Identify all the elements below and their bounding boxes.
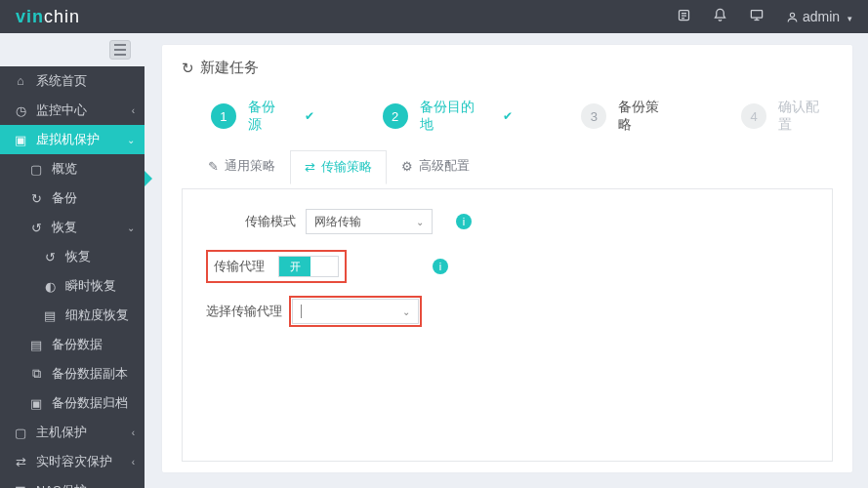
granular-icon: ▤ [43,308,57,323]
info-icon[interactable]: i [433,259,448,274]
refresh-icon: ↻ [29,191,43,206]
host-icon: ▢ [14,426,27,440]
nas-icon: ☰ [14,484,27,489]
user-menu[interactable]: admin ▾ [786,9,852,24]
step-2[interactable]: 2 备份目的地 ✔ [383,99,514,134]
chevron-left-icon: ‹ [132,427,135,438]
step-4[interactable]: 4 确认配置 [741,99,833,134]
main: ↻ 新建任务 1 备份源 ✔ 2 备份目的地 ✔ 3 备份策略 [145,33,868,488]
active-indicator-arrow [145,171,152,186]
proxy-label: 传输代理 [214,259,265,275]
toggle-on: 开 [279,257,310,276]
row-proxy: 传输代理 开 i [206,250,808,283]
tab-transfer[interactable]: ⇄传输策略 [290,150,387,184]
sidebar-toggle-wrap [0,33,145,66]
copy-icon: ⧉ [29,367,43,382]
form-panel: 传输模式 网络传输 ⌄ i 传输代理 开 i [182,188,833,462]
nav-backup-archive[interactable]: ▣备份数据归档 [0,388,145,418]
nav-realtime[interactable]: ⇄实时容灾保护‹ [0,447,145,476]
chevron-down-icon: ▾ [847,14,852,23]
nav-vm-protect[interactable]: ▣虚拟机保护⌄ [0,125,145,154]
page-title: ↻ 新建任务 [182,59,833,77]
user-name: admin [803,9,840,24]
nav-nas[interactable]: ☰NAS保护‹ [0,476,145,488]
step-label: 备份目的地 [420,99,488,134]
select-value [301,305,302,318]
info-icon[interactable]: i [456,214,472,229]
monitor-icon[interactable] [749,8,765,25]
topbar: vinchin admin ▾ [0,0,868,33]
refresh-icon: ↻ [182,61,194,76]
select-value: 网络传输 [314,214,361,230]
pencil-icon: ✎ [208,159,219,174]
archive-icon: ▣ [29,396,43,411]
step-1[interactable]: 1 备份源 ✔ [211,99,314,134]
sync-icon: ⇄ [14,455,27,469]
restore-icon: ↺ [29,221,43,235]
step-num: 2 [383,103,408,129]
chevron-left-icon: ‹ [132,457,135,468]
nav-host-protect[interactable]: ▢主机保护‹ [0,418,145,447]
restore-icon: ↺ [43,250,57,264]
sidebar-nav: ⌂系统首页 ◷监控中心‹ ▣虚拟机保护⌄ ▢概览 ↻备份 ↺恢复⌄ ↺恢复 ◐瞬… [0,66,145,488]
svg-point-7 [790,13,794,17]
transfer-mode-select[interactable]: 网络传输 ⌄ [306,209,433,234]
nav-backup[interactable]: ↻备份 [0,183,145,213]
wizard-steps: 1 备份源 ✔ 2 备份目的地 ✔ 3 备份策略 4 确认配置 [182,99,833,134]
topbar-right: admin ▾ [677,8,852,25]
nav-overview[interactable]: ▢概览 [0,154,145,183]
chevron-down-icon: ⌄ [416,217,424,227]
card: ↻ 新建任务 1 备份源 ✔ 2 备份目的地 ✔ 3 备份策略 [162,45,852,472]
sidebar-toggle[interactable] [109,40,131,60]
tab-advanced[interactable]: ⚙高级配置 [387,149,484,183]
check-icon: ✔ [305,109,314,123]
chevron-left-icon: ‹ [132,105,135,116]
data-icon: ▤ [29,338,43,352]
bell-icon[interactable] [713,8,727,25]
transfer-icon: ⇄ [305,160,315,175]
chevron-down-icon: ⌄ [402,306,410,317]
row-select-proxy: 选择传输代理 ⌄ [206,299,808,324]
step-label: 确认配置 [778,99,833,134]
step-num: 3 [581,103,606,129]
step-3[interactable]: 3 备份策略 [581,99,673,134]
nav-home[interactable]: ⌂系统首页 [0,66,145,96]
home-icon: ⌂ [14,74,27,88]
row-transfer-mode: 传输模式 网络传输 ⌄ i [206,209,808,234]
tab-general[interactable]: ✎通用策略 [193,149,290,183]
chevron-down-icon: ⌄ [127,135,135,145]
nav-monitor[interactable]: ◷监控中心‹ [0,96,145,125]
nav-granular-restore[interactable]: ▤细粒度恢复 [0,301,145,330]
nav-restore-sub[interactable]: ↺恢复 [0,242,145,271]
sidebar: ⌂系统首页 ◷监控中心‹ ▣虚拟机保护⌄ ▢概览 ↻备份 ↺恢复⌄ ↺恢复 ◐瞬… [0,33,145,488]
check-icon: ✔ [503,109,513,123]
step-num: 4 [741,103,766,129]
instant-icon: ◐ [43,279,57,294]
transfer-mode-label: 传输模式 [206,214,296,230]
vm-icon: ▣ [14,133,27,147]
subtabs: ✎通用策略 ⇄传输策略 ⚙高级配置 [182,149,833,184]
proxy-toggle[interactable]: 开 [278,256,339,277]
step-label: 备份策略 [618,99,673,134]
chevron-down-icon: ⌄ [127,223,135,233]
logo: vinchin [16,7,80,27]
monitor-center-icon: ◷ [14,103,27,118]
list-icon[interactable] [677,8,691,25]
highlight-proxy: 传输代理 开 [206,250,347,283]
nav-backup-copy[interactable]: ⧉备份数据副本 [0,359,145,388]
select-proxy-label: 选择传输代理 [206,304,282,320]
svg-rect-4 [751,11,762,19]
nav-backup-data[interactable]: ▤备份数据 [0,330,145,359]
toggle-off [310,257,338,276]
nav-restore[interactable]: ↺恢复⌄ [0,213,145,242]
gear-icon: ⚙ [401,159,413,174]
select-proxy[interactable]: ⌄ [292,299,419,324]
nav-instant-restore[interactable]: ◐瞬时恢复 [0,271,145,301]
overview-icon: ▢ [29,162,43,177]
step-label: 备份源 [248,99,289,134]
step-num: 1 [211,103,236,129]
